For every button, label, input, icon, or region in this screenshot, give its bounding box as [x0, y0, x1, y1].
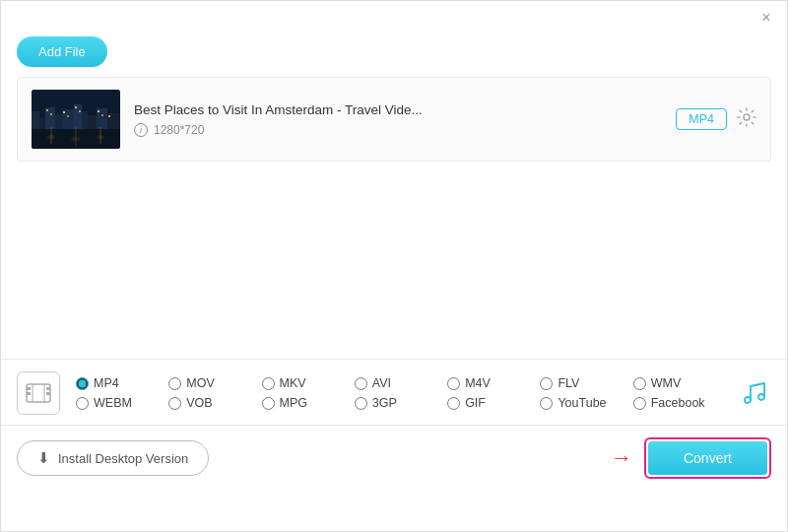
download-icon: ⬇ [37, 449, 50, 467]
format-option-vob[interactable]: VOB [168, 396, 261, 410]
format-option-webm[interactable]: WEBM [76, 396, 168, 410]
file-title: Best Places to Visit In Amsterdam - Trav… [134, 102, 662, 117]
settings-button[interactable] [737, 107, 756, 132]
svg-rect-13 [50, 113, 52, 115]
format-option-3gp[interactable]: 3GP [355, 396, 447, 410]
convert-area: → Convert [611, 437, 771, 479]
file-actions: MP4 [676, 107, 756, 132]
svg-point-26 [97, 135, 104, 139]
close-button[interactable]: × [757, 9, 775, 27]
main-window: × Add File [0, 0, 788, 532]
format-option-mp4[interactable]: MP4 [76, 376, 168, 390]
file-meta: i 1280*720 [134, 123, 662, 137]
svg-rect-9 [88, 115, 97, 129]
file-info: Best Places to Visit In Amsterdam - Trav… [134, 102, 662, 137]
format-option-youtube[interactable]: YouTube [540, 396, 632, 410]
svg-rect-31 [46, 387, 50, 390]
format-option-mpg[interactable]: MPG [262, 396, 355, 410]
install-label: Install Desktop Version [58, 451, 188, 466]
svg-rect-18 [98, 110, 99, 112]
svg-rect-3 [39, 117, 45, 129]
convert-button[interactable]: Convert [648, 441, 767, 475]
svg-rect-30 [27, 392, 31, 395]
format-option-mov[interactable]: MOV [168, 376, 261, 390]
svg-point-24 [47, 135, 55, 139]
add-file-button[interactable]: Add File [17, 36, 107, 67]
file-thumbnail [32, 90, 120, 149]
format-bar: MP4 MOV MKV AVI M4V FLV WMV WEB [1, 359, 787, 425]
music-icon[interactable] [736, 375, 771, 411]
svg-point-27 [744, 114, 750, 120]
svg-rect-12 [46, 109, 48, 111]
svg-rect-2 [32, 111, 39, 129]
svg-rect-29 [27, 387, 31, 390]
install-desktop-button[interactable]: ⬇ Install Desktop Version [17, 440, 209, 476]
format-option-wmv[interactable]: WMV [633, 376, 726, 390]
file-list: Best Places to Visit In Amsterdam - Trav… [17, 77, 771, 162]
arrow-icon: → [611, 445, 632, 471]
toolbar: Add File [1, 31, 787, 77]
file-item: Best Places to Visit In Amsterdam - Trav… [18, 78, 770, 161]
format-badge[interactable]: MP4 [676, 108, 727, 130]
format-option-gif[interactable]: GIF [447, 396, 540, 410]
svg-rect-14 [63, 111, 65, 113]
svg-rect-5 [55, 114, 62, 129]
svg-rect-8 [82, 111, 88, 129]
file-resolution: 1280*720 [154, 123, 204, 137]
format-options: MP4 MOV MKV AVI M4V FLV WMV WEB [76, 376, 726, 410]
format-option-avi[interactable]: AVI [355, 376, 447, 390]
info-icon: i [134, 123, 148, 137]
svg-rect-32 [46, 392, 50, 395]
title-bar: × [1, 1, 787, 31]
svg-rect-19 [101, 114, 103, 116]
bottom-bar: ⬇ Install Desktop Version → Convert [1, 425, 787, 491]
svg-rect-20 [108, 115, 110, 117]
format-option-mkv[interactable]: MKV [262, 376, 355, 390]
empty-area [1, 162, 787, 359]
format-option-flv[interactable]: FLV [540, 376, 632, 390]
svg-point-35 [745, 397, 751, 403]
svg-rect-17 [79, 110, 81, 112]
svg-point-25 [71, 137, 81, 141]
format-video-icon [17, 371, 60, 415]
format-option-facebook[interactable]: Facebook [633, 396, 726, 410]
convert-button-wrapper: Convert [644, 437, 771, 479]
svg-rect-16 [75, 106, 77, 108]
svg-rect-15 [67, 115, 69, 117]
format-option-m4v[interactable]: M4V [447, 376, 540, 390]
